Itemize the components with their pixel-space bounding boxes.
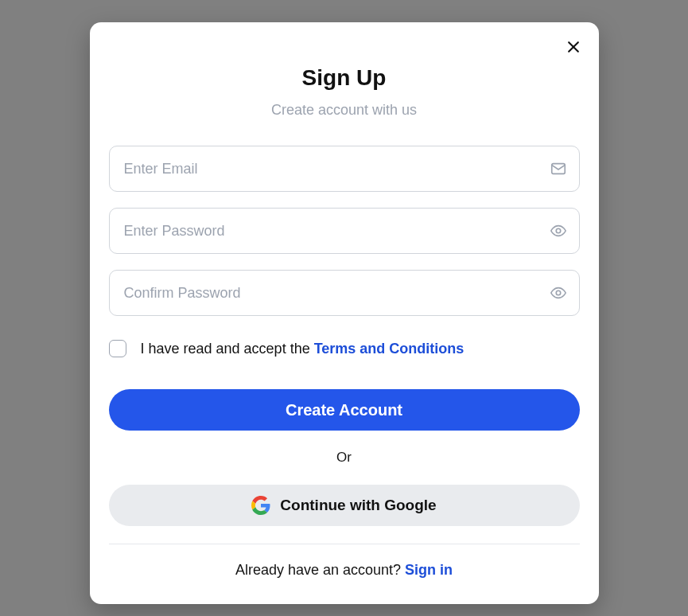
signin-prefix: Already have an account? [235,562,405,578]
terms-row: I have read and accept the Terms and Con… [109,340,580,357]
signin-link[interactable]: Sign in [405,562,453,578]
email-field-wrap [109,146,580,192]
or-divider-text: Or [109,450,580,466]
page-subtitle: Create account with us [109,102,580,119]
google-button-label: Continue with Google [280,497,436,514]
svg-point-3 [556,228,561,233]
google-icon [251,496,270,515]
terms-prefix: I have read and accept the [141,341,314,357]
email-input[interactable] [109,146,580,192]
close-icon [566,39,581,57]
password-field-wrap [109,208,580,254]
eye-icon[interactable] [550,284,567,302]
modal-header: Sign Up Create account with us [109,65,580,119]
create-account-button[interactable]: Create Account [109,389,580,431]
confirm-password-field-wrap [109,270,580,316]
terms-link[interactable]: Terms and Conditions [314,341,464,357]
password-input[interactable] [109,208,580,254]
terms-text: I have read and accept the Terms and Con… [141,341,464,357]
eye-icon[interactable] [550,222,567,240]
signup-modal: Sign Up Create account with us [90,22,599,604]
bottom-divider [109,544,580,544]
page-title: Sign Up [109,65,580,91]
terms-checkbox[interactable] [109,340,126,357]
signup-form: I have read and accept the Terms and Con… [109,146,580,579]
continue-with-google-button[interactable]: Continue with Google [109,485,580,526]
envelope-icon [550,160,567,177]
signin-row: Already have an account? Sign in [109,562,580,579]
svg-point-4 [556,290,561,295]
close-button[interactable] [562,37,585,59]
confirm-password-input[interactable] [109,270,580,316]
